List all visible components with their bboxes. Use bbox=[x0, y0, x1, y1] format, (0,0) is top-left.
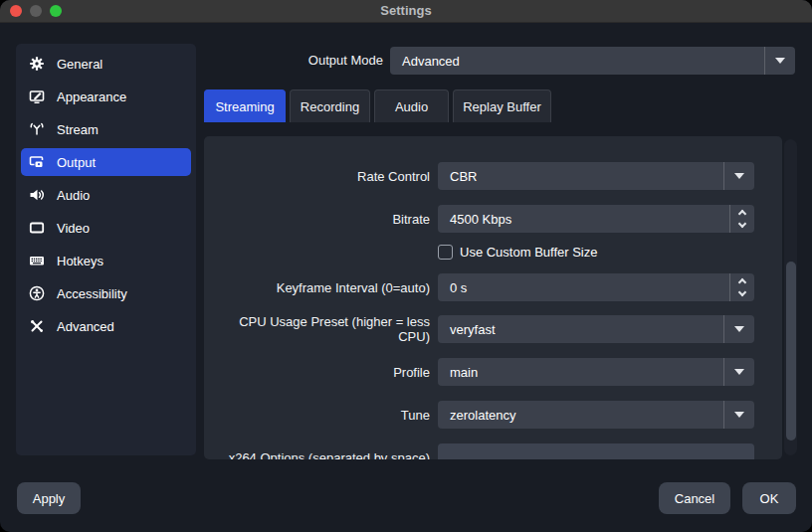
tools-icon bbox=[29, 318, 45, 334]
chevron-up-icon bbox=[738, 278, 746, 286]
monitor-camera-icon bbox=[29, 154, 45, 170]
tune-label: Tune bbox=[204, 408, 430, 423]
sidebar-item-label: Audio bbox=[57, 188, 90, 203]
profile-label: Profile bbox=[204, 365, 430, 380]
cpu-usage-preset-label: CPU Usage Preset (higher = less CPU) bbox=[204, 314, 430, 344]
tab-streaming[interactable]: Streaming bbox=[204, 89, 286, 122]
tune-row: Tune zerolatency bbox=[204, 401, 754, 429]
scrollbar-thumb[interactable] bbox=[786, 262, 796, 441]
sidebar-item-label: Accessibility bbox=[57, 286, 127, 301]
sidebar-item-advanced[interactable]: Advanced bbox=[21, 312, 191, 340]
rate-control-select[interactable]: CBR bbox=[438, 162, 754, 190]
accessibility-person-icon bbox=[29, 285, 45, 301]
keyframe-interval-input[interactable]: 0 s bbox=[438, 273, 754, 301]
chevron-down-icon bbox=[734, 369, 744, 375]
cancel-button[interactable]: Cancel bbox=[659, 482, 730, 514]
cpu-usage-preset-select[interactable]: veryfast bbox=[438, 315, 754, 343]
tab-recording[interactable]: Recording bbox=[290, 89, 370, 122]
chevron-down-icon bbox=[738, 288, 746, 296]
sidebar-item-audio[interactable]: Audio bbox=[21, 181, 191, 209]
sidebar-item-label: Appearance bbox=[57, 89, 126, 104]
tab-audio[interactable]: Audio bbox=[374, 89, 449, 122]
broadcast-icon bbox=[29, 121, 45, 137]
chevron-down-icon bbox=[738, 220, 746, 228]
speaker-icon bbox=[29, 187, 45, 203]
profile-select[interactable]: main bbox=[438, 358, 754, 386]
x264-options-row: x264 Options (separated by space) bbox=[204, 443, 754, 459]
chevron-down-icon bbox=[734, 173, 744, 179]
buffer-size-row: Use Custom Buffer Size bbox=[204, 243, 754, 261]
gear-icon bbox=[29, 56, 45, 72]
bitrate-label: Bitrate bbox=[204, 212, 430, 227]
chevron-up-icon bbox=[738, 210, 746, 218]
sidebar-item-video[interactable]: Video bbox=[21, 214, 191, 242]
x264-options-label: x264 Options (separated by space) bbox=[204, 450, 430, 460]
chevron-down-icon bbox=[734, 412, 744, 418]
sidebar-item-accessibility[interactable]: Accessibility bbox=[21, 279, 191, 307]
output-mode-value: Advanced bbox=[402, 54, 764, 69]
sidebar-item-hotkeys[interactable]: Hotkeys bbox=[21, 247, 191, 274]
profile-row: Profile main bbox=[204, 358, 754, 386]
chevron-down-icon bbox=[775, 58, 785, 64]
cpu-usage-preset-row: CPU Usage Preset (higher = less CPU) ver… bbox=[204, 315, 754, 343]
monitor-icon bbox=[29, 220, 45, 236]
sidebar-item-label: General bbox=[57, 57, 102, 72]
use-custom-buffer-size-checkbox[interactable] bbox=[438, 245, 453, 260]
rate-control-row: Rate Control CBR bbox=[204, 162, 754, 190]
sidebar-item-label: Stream bbox=[57, 122, 99, 137]
rate-control-label: Rate Control bbox=[204, 169, 430, 184]
dropdown-arrow-zone[interactable] bbox=[723, 401, 754, 429]
titlebar: Settings bbox=[0, 0, 812, 23]
apply-button[interactable]: Apply bbox=[17, 482, 81, 514]
monitor-edit-icon bbox=[29, 89, 45, 104]
sidebar-item-output[interactable]: Output bbox=[21, 148, 191, 176]
profile-value: main bbox=[450, 365, 723, 380]
chevron-down-icon bbox=[734, 326, 744, 332]
sidebar-item-general[interactable]: General bbox=[21, 50, 191, 78]
use-custom-buffer-size-label: Use Custom Buffer Size bbox=[460, 245, 597, 260]
tune-value: zerolatency bbox=[450, 408, 723, 423]
output-tabs: Streaming Recording Audio Replay Buffer bbox=[204, 89, 551, 122]
cpu-usage-preset-value: veryfast bbox=[450, 322, 723, 337]
tab-replay-buffer[interactable]: Replay Buffer bbox=[453, 89, 551, 122]
bitrate-input[interactable]: 4500 Kbps bbox=[438, 205, 754, 233]
bitrate-row: Bitrate 4500 Kbps bbox=[204, 205, 754, 233]
keyframe-interval-value: 0 s bbox=[450, 280, 729, 295]
sidebar-item-label: Advanced bbox=[57, 319, 114, 334]
dropdown-arrow-zone[interactable] bbox=[723, 162, 754, 190]
bitrate-value: 4500 Kbps bbox=[450, 212, 729, 227]
output-mode-label: Output Mode bbox=[204, 47, 383, 75]
spinner-buttons[interactable] bbox=[729, 273, 754, 301]
spinner-buttons[interactable] bbox=[729, 205, 754, 233]
output-mode-select[interactable]: Advanced bbox=[390, 47, 795, 75]
tune-select[interactable]: zerolatency bbox=[438, 401, 754, 429]
dropdown-arrow-zone[interactable] bbox=[723, 358, 754, 386]
sidebar-item-appearance[interactable]: Appearance bbox=[21, 83, 191, 110]
sidebar-item-stream[interactable]: Stream bbox=[21, 115, 191, 143]
sidebar: General Appearance Stream Output Audio bbox=[16, 44, 196, 455]
x264-options-input[interactable] bbox=[438, 443, 754, 459]
encoder-settings-panel: Rate Control CBR Bitrate 4500 Kbps Use C… bbox=[204, 136, 782, 459]
sidebar-item-label: Hotkeys bbox=[57, 254, 103, 268]
ok-button[interactable]: OK bbox=[742, 482, 796, 514]
dropdown-arrow-zone[interactable] bbox=[723, 315, 754, 343]
sidebar-item-label: Video bbox=[57, 221, 90, 236]
keyboard-icon bbox=[29, 253, 45, 268]
keyframe-interval-label: Keyframe Interval (0=auto) bbox=[204, 280, 430, 295]
scrollbar-track[interactable] bbox=[784, 139, 797, 455]
settings-window: Settings General Appearance Stream Outp bbox=[0, 0, 812, 532]
sidebar-item-label: Output bbox=[57, 155, 96, 170]
keyframe-interval-row: Keyframe Interval (0=auto) 0 s bbox=[204, 273, 754, 301]
rate-control-value: CBR bbox=[450, 169, 723, 184]
dropdown-arrow-zone[interactable] bbox=[764, 47, 795, 75]
window-title: Settings bbox=[0, 0, 812, 22]
